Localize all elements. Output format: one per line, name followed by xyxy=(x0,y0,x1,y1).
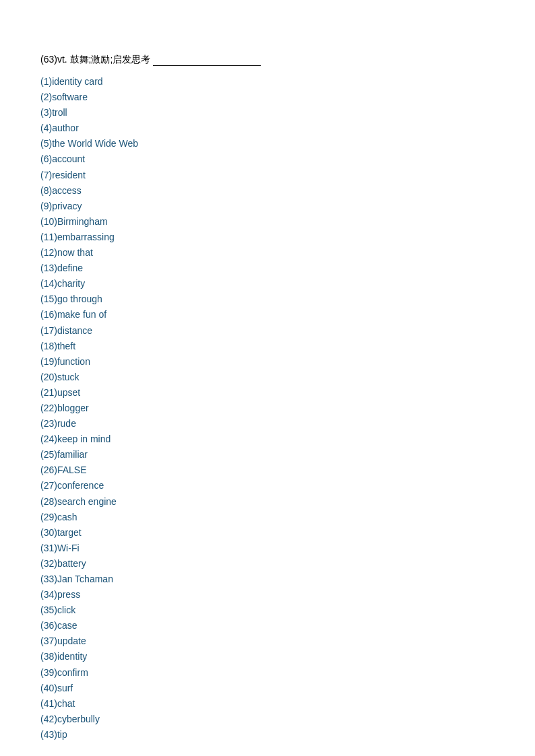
vocab-entry: (27)conference xyxy=(40,480,104,491)
vocab-entry: (9)privacy xyxy=(40,201,82,211)
item-word: identity xyxy=(57,651,87,662)
list-item: (18)theft xyxy=(40,339,495,354)
list-item: (15)go through xyxy=(40,291,495,307)
vocab-entry: (15)go through xyxy=(40,294,102,304)
list-item: (29)cash xyxy=(40,510,495,525)
vocab-entry: (13)define xyxy=(40,263,83,273)
item-number: (10) xyxy=(40,216,57,227)
item-number: (26) xyxy=(40,465,57,475)
list-item: (35)click xyxy=(40,603,495,618)
list-item: (5)the World Wide Web xyxy=(40,136,495,151)
item-number: (30) xyxy=(40,527,57,538)
vocab-entry: (6)account xyxy=(40,153,85,164)
item-word: resident xyxy=(52,170,86,180)
item-word: FALSE xyxy=(57,465,87,475)
item-word: theft xyxy=(57,341,75,351)
list-item: (6)account xyxy=(40,151,495,167)
item-number: (29) xyxy=(40,512,57,522)
list-item: (19)function xyxy=(40,354,495,370)
item-word: access xyxy=(52,185,82,196)
vocab-entry: (23)rude xyxy=(40,418,76,429)
list-item: (22)blogger xyxy=(40,401,495,416)
item-number: (31) xyxy=(40,543,57,553)
vocab-entry: (16)make fun of xyxy=(40,309,106,320)
list-item: (43)tip xyxy=(40,727,495,743)
list-item: (42)cyberbully xyxy=(40,712,495,727)
vocab-entry: (29)cash xyxy=(40,512,77,522)
list-item: (39)confirm xyxy=(40,665,495,681)
list-item: (1)identity card xyxy=(40,74,495,90)
vocab-entry: (11)embarrassing xyxy=(40,232,115,242)
list-item: (11)embarrassing xyxy=(40,230,495,245)
list-item: (27)conference xyxy=(40,478,495,493)
item-word: chat xyxy=(57,698,75,709)
item-word: search engine xyxy=(57,496,117,507)
item-word: blogger xyxy=(57,403,89,413)
item-word: the World Wide Web xyxy=(52,138,138,149)
item-number: (6) xyxy=(40,153,52,164)
vocab-entry: (7)resident xyxy=(40,170,86,180)
list-item: (20)stuck xyxy=(40,370,495,385)
list-item: (41)chat xyxy=(40,696,495,712)
list-item: (8)access xyxy=(40,183,495,199)
item-number: (4) xyxy=(40,123,52,133)
vocab-entry: (5)the World Wide Web xyxy=(40,138,138,149)
vocab-entry: (26)FALSE xyxy=(40,465,87,475)
item-word: press xyxy=(57,589,80,600)
item-number: (7) xyxy=(40,170,52,180)
vocab-entry: (40)surf xyxy=(40,683,73,693)
item-word: now that xyxy=(57,247,93,258)
vocab-entry: (21)upset xyxy=(40,387,80,398)
item-number: (20) xyxy=(40,372,57,382)
list-item: (13)define xyxy=(40,261,495,276)
list-item: (33)Jan Tchaman xyxy=(40,572,495,587)
list-item: (3)troll xyxy=(40,105,495,121)
vocab-entry: (39)confirm xyxy=(40,667,88,678)
item-word: surf xyxy=(57,683,73,693)
list-item: (24)keep in mind xyxy=(40,432,495,447)
item-word: cash xyxy=(57,512,77,522)
item-number: (8) xyxy=(40,185,52,196)
vocab-entry: (33)Jan Tchaman xyxy=(40,574,113,584)
vocab-entry: (30)target xyxy=(40,527,82,538)
vocab-entry: (8)access xyxy=(40,185,82,196)
vocab-entry: (20)stuck xyxy=(40,372,80,382)
vocab-entry: (24)keep in mind xyxy=(40,434,111,444)
item-number: (40) xyxy=(40,683,57,693)
vocab-entry: (14)charity xyxy=(40,278,85,289)
item-number: (1) xyxy=(40,76,52,87)
vocabulary-list: (1)identity card(2)software(3)troll(4)au… xyxy=(40,74,495,743)
item-word: software xyxy=(52,92,88,102)
item-number: (41) xyxy=(40,698,57,709)
item-number: (32) xyxy=(40,558,57,569)
item-word: Birmingham xyxy=(57,216,108,227)
item-word: function xyxy=(57,356,90,367)
item-word: Wi-Fi xyxy=(57,543,80,553)
item-word: conference xyxy=(57,480,104,491)
item-number: (3) xyxy=(40,107,52,118)
item-word: privacy xyxy=(52,201,82,211)
item-number: (43) xyxy=(40,729,57,740)
list-item: (26)FALSE xyxy=(40,462,495,478)
vocab-entry: (31)Wi-Fi xyxy=(40,543,80,553)
item-word: Jan Tchaman xyxy=(57,574,113,584)
item-word: upset xyxy=(57,387,80,398)
vocab-entry: (41)chat xyxy=(40,698,75,709)
list-item: (28)search engine xyxy=(40,494,495,510)
item-number: (39) xyxy=(40,667,57,678)
vocab-entry: (35)click xyxy=(40,605,75,615)
item-number: (35) xyxy=(40,605,57,615)
vocab-entry: (34)press xyxy=(40,589,80,600)
list-item: (16)make fun of xyxy=(40,307,495,322)
item-number: (2) xyxy=(40,92,52,102)
vocab-entry: (36)case xyxy=(40,620,77,631)
item-number: (19) xyxy=(40,356,57,367)
item-number: (12) xyxy=(40,247,57,258)
item-number: (11) xyxy=(40,232,57,242)
list-item: (40)surf xyxy=(40,681,495,696)
item-number: (27) xyxy=(40,480,57,491)
vocab-entry: (17)distance xyxy=(40,325,92,336)
answer-blank xyxy=(153,65,261,66)
item-word: keep in mind xyxy=(57,434,111,444)
item-word: confirm xyxy=(57,667,88,678)
